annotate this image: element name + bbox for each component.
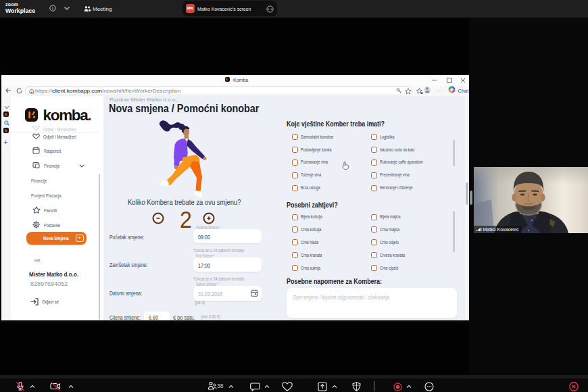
svg-text:Matko Kovacevic: Matko Kovacevic	[483, 227, 519, 232]
svg-text:38: 38	[217, 383, 224, 389]
